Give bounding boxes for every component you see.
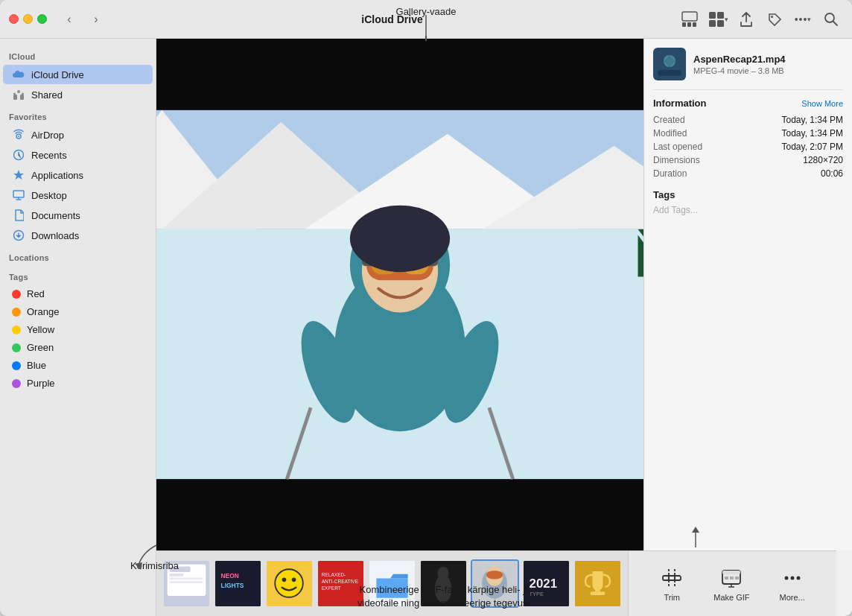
svg-text:2021: 2021 [530,577,558,591]
thumbnail-item-2[interactable]: NEONLIGHTS [214,559,262,608]
thumbnail-item-7[interactable] [471,559,519,608]
duration-value: 00:06 [821,168,843,179]
maximize-button[interactable] [37,14,47,24]
tag-red-dot [12,290,21,299]
main-layout: iCloud iCloud Drive Shared Favorites Air [0,39,852,616]
sidebar-item-applications-label: Applications [31,170,83,181]
svg-text:EXPERT: EXPERT [322,585,341,591]
sidebar-item-recents[interactable]: Recents [3,145,153,165]
sidebar-item-applications[interactable]: Applications [3,165,153,185]
svg-rect-88 [730,577,734,580]
last-opened-row: Last opened Today, 2:07 PM [653,140,843,153]
sidebar-item-downloads-label: Downloads [31,230,79,241]
svg-rect-83 [668,575,670,581]
tag-button[interactable] [763,7,786,31]
svg-rect-86 [722,571,740,574]
svg-rect-7 [717,20,724,27]
forward-button[interactable]: › [86,9,106,30]
svg-rect-79 [591,591,605,595]
make-gif-label: Make GIF [713,593,749,602]
traffic-lights [9,14,47,24]
search-button[interactable] [819,7,843,31]
sidebar-item-desktop[interactable]: Desktop [3,185,153,205]
recents-icon [12,148,25,162]
file-type: MPEG-4 movie – 3.8 MB [693,66,786,75]
sidebar-section-favorites: Favorites [0,105,156,124]
toolbar-right: ▾ ••• ▾ [678,7,843,31]
sidebar-item-tag-orange[interactable]: Orange [3,303,153,320]
last-opened-label: Last opened [653,142,702,152]
thumbnail-item-8[interactable]: 2021TYPE [522,559,570,608]
thumbnail-item-6[interactable] [419,559,468,608]
sidebar-section-tags: Tags [0,265,156,285]
sidebar-item-documents-label: Documents [31,210,80,221]
dimensions-value: 1280×720 [803,155,843,165]
svg-rect-51 [170,567,191,573]
sidebar-item-tag-yellow-label: Yellow [27,324,54,335]
file-thumbnail [653,48,686,80]
titlebar: ‹ › iCloud Drive ▾ [0,0,852,39]
svg-point-8 [771,16,773,18]
thumbnail-item-9[interactable] [573,559,622,608]
sidebar-item-tag-red[interactable]: Red [3,285,153,302]
minimize-button[interactable] [23,14,33,24]
thumbnail-item-1[interactable] [162,559,211,608]
trim-button[interactable]: Trim [660,566,684,602]
gallery-view-button[interactable] [678,7,702,31]
sidebar-item-tag-purple[interactable]: Purple [3,375,153,392]
make-gif-button[interactable]: Make GIF [713,566,749,602]
sidebar-item-downloads[interactable]: Downloads [3,226,153,245]
thumbnail-strip: NEONLIGHTS RELAXED-ANTI-CREATIVEEXPERT [156,550,628,616]
svg-point-91 [790,576,794,580]
tags-title: Tags [653,189,843,200]
icloud-drive-icon [12,68,25,81]
sidebar-item-tag-yellow[interactable]: Yellow [3,321,153,338]
thumbnail-item-3[interactable] [265,559,314,608]
file-info-text: AspenRecap21.mp4 MPEG-4 movie – 3.8 MB [693,54,786,75]
video-preview-svg [156,39,643,550]
sidebar-item-documents[interactable]: Documents [3,206,153,225]
file-header: AspenRecap21.mp4 MPEG-4 movie – 3.8 MB [653,48,843,90]
desktop-icon [12,188,25,202]
thumbnail-item-4[interactable]: RELAXED-ANTI-CREATIVEEXPERT [317,559,365,608]
sidebar-item-tag-blue[interactable]: Blue [3,357,153,374]
sidebar-item-tag-green[interactable]: Green [3,339,153,356]
thumbnail-item-5[interactable] [368,559,416,608]
modified-row: Modified Today, 1:34 PM [653,127,843,140]
close-button[interactable] [9,14,19,24]
svg-rect-80 [663,576,681,580]
dimensions-row: Dimensions 1280×720 [653,153,843,167]
svg-rect-87 [725,577,728,580]
tags-section: Tags Add Tags... [653,189,843,215]
more-actions-button[interactable]: More... [780,566,805,602]
trim-label: Trim [664,593,680,602]
sidebar-item-airdrop-label: AirDrop [31,130,64,141]
make-gif-icon [719,566,743,590]
share-button[interactable] [734,7,758,31]
svg-rect-84 [674,575,675,581]
information-title: Information [653,98,707,109]
sidebar-item-desktop-label: Desktop [31,190,67,201]
show-more-button[interactable]: Show More [801,99,843,108]
created-row: Created Today, 1:34 PM [653,113,843,127]
bottom-action-bar: Trim Mak [628,550,836,616]
sidebar-item-shared[interactable]: Shared [3,85,153,104]
svg-text:TYPE: TYPE [530,591,544,597]
svg-point-92 [796,576,800,580]
svg-text:ANTI-CREATIVE: ANTI-CREATIVE [322,579,359,584]
more-options-button[interactable]: ••• ▾ [791,7,815,31]
modified-label: Modified [653,128,687,139]
back-button[interactable]: ‹ [59,9,80,30]
svg-rect-78 [595,586,600,592]
add-tags-input[interactable]: Add Tags... [653,205,843,215]
sidebar-item-icloud-drive-label: iCloud Drive [31,69,84,80]
grid-view-button[interactable]: ▾ [706,7,730,31]
svg-text:NEON: NEON [221,572,239,580]
airdrop-icon [12,128,25,142]
sidebar-item-airdrop[interactable]: AirDrop [3,125,153,145]
modified-value: Today, 1:34 PM [782,128,844,139]
dimensions-label: Dimensions [653,155,700,165]
svg-rect-48 [658,70,681,76]
created-label: Created [653,115,685,125]
sidebar-item-icloud-drive[interactable]: iCloud Drive [3,65,153,84]
